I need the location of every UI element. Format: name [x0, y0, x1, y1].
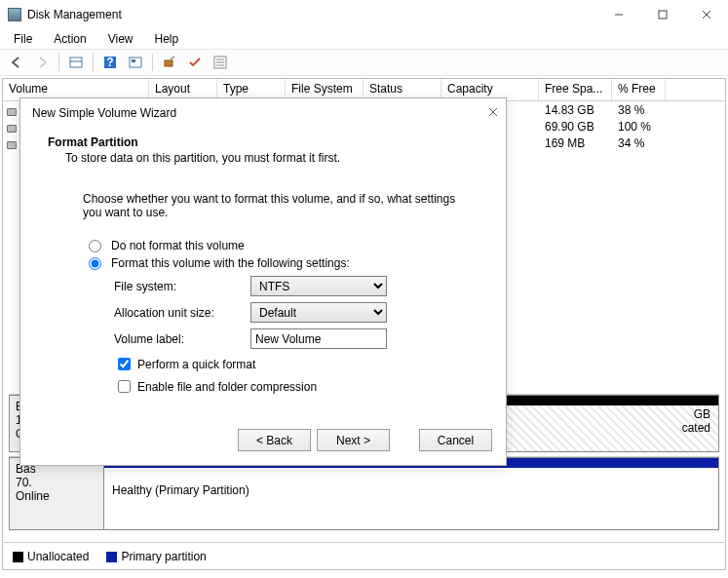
col-freespace[interactable]: Free Spa... — [539, 79, 612, 100]
drive-icon — [7, 125, 17, 133]
disk-status: Online — [16, 489, 97, 503]
input-volumelabel[interactable] — [250, 328, 387, 349]
checkbox-compression[interactable] — [118, 380, 131, 393]
label-compression: Enable file and folder compression — [137, 380, 317, 394]
col-pctfree[interactable]: % Free — [612, 79, 666, 100]
disk-panel-1: Bas 70. Online Healthy (Primary Partitio… — [9, 456, 719, 530]
help-icon[interactable]: ? — [99, 52, 121, 73]
menu-action[interactable]: Action — [50, 30, 90, 48]
check-icon[interactable] — [184, 52, 206, 73]
cell-free: 169 MB — [539, 136, 612, 153]
cell-pct: 38 % — [612, 103, 666, 120]
legend-unallocated: Unallocated — [27, 550, 89, 563]
label-noformat: Do not format this volume — [111, 239, 245, 252]
swatch-unallocated — [13, 552, 23, 562]
radio-format[interactable] — [89, 257, 101, 270]
action-icon-1[interactable] — [159, 52, 180, 73]
svg-text:?: ? — [106, 56, 113, 69]
svg-rect-6 — [132, 59, 135, 62]
label-filesystem: File system: — [114, 280, 250, 293]
label-format: Format this volume with the following se… — [111, 256, 350, 270]
drive-icon — [7, 141, 17, 149]
wizard-dialog: New Simple Volume Wizard Format Partitio… — [19, 97, 507, 466]
swatch-primary — [106, 552, 117, 562]
checkbox-quickformat[interactable] — [118, 358, 131, 370]
list-icon[interactable] — [210, 52, 231, 73]
label-volumelabel: Volume label: — [114, 332, 250, 346]
next-button[interactable]: Next > — [317, 429, 390, 451]
cancel-button[interactable]: Cancel — [419, 429, 492, 451]
view-icon[interactable] — [65, 52, 87, 73]
close-button[interactable] — [684, 1, 728, 28]
disk-size: 70. — [16, 476, 97, 489]
drive-icon — [7, 108, 17, 116]
svg-rect-1 — [70, 58, 82, 67]
legend: Unallocated Primary partition — [3, 542, 725, 569]
settings-icon[interactable] — [125, 52, 146, 73]
disk-header[interactable]: Bas 70. Online — [9, 457, 104, 530]
wizard-prompt: Choose whether you want to format this v… — [59, 192, 475, 219]
svg-rect-0 — [659, 11, 667, 19]
forward-icon[interactable] — [31, 52, 53, 73]
maximize-button[interactable] — [640, 1, 684, 28]
menu-view[interactable]: View — [104, 30, 137, 48]
wizard-close-button[interactable] — [488, 106, 498, 120]
menu-help[interactable]: Help — [151, 30, 183, 48]
cell-pct: 100 % — [612, 120, 666, 136]
cell-free: 69.90 GB — [539, 120, 612, 136]
menubar: File Action View Help — [0, 29, 728, 49]
wizard-heading: Format Partition — [48, 135, 486, 149]
radio-noformat[interactable] — [89, 240, 101, 252]
titlebar: Disk Management — [0, 0, 728, 29]
minimize-button[interactable] — [596, 1, 640, 28]
toolbar: ? — [0, 49, 728, 76]
back-button[interactable]: < Back — [238, 429, 311, 451]
label-allocation: Allocation unit size: — [114, 306, 250, 320]
wizard-title: New Simple Volume Wizard — [32, 106, 176, 120]
legend-primary: Primary partition — [121, 550, 206, 563]
part-status: Healthy (Primary Partition) — [112, 483, 710, 497]
app-icon — [8, 8, 21, 21]
menu-file[interactable]: File — [10, 30, 36, 48]
wizard-subtitle: To store data on this partition, you mus… — [65, 151, 486, 165]
select-allocation[interactable]: Default — [250, 302, 387, 323]
svg-rect-7 — [165, 60, 172, 66]
back-icon[interactable] — [6, 52, 27, 73]
cell-free: 14.83 GB — [539, 103, 612, 120]
select-filesystem[interactable]: NTFS — [250, 276, 387, 296]
disk-map[interactable]: Healthy (Primary Partition) — [104, 457, 719, 530]
window-title: Disk Management — [27, 8, 122, 21]
cell-pct: 34 % — [612, 136, 666, 153]
label-quickformat: Perform a quick format — [137, 358, 255, 371]
